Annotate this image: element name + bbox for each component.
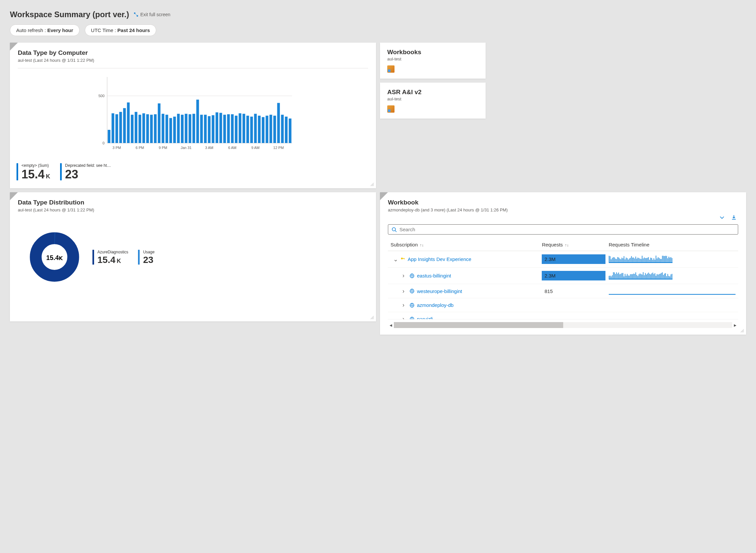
tile-subtitle: azmondeploy-db (and 3 more) (Last 24 hou…	[388, 208, 738, 213]
chevron-right-icon[interactable]: ›	[402, 315, 407, 319]
svg-rect-109	[653, 258, 654, 262]
small-tile-subtitle: aul-test	[387, 57, 478, 62]
svg-rect-104	[648, 257, 649, 263]
svg-rect-24	[181, 114, 184, 143]
col-timeline[interactable]: Requests Timeline	[609, 242, 736, 247]
tile-workbooks[interactable]: Workbooks aul-test	[380, 43, 486, 79]
subscription-link[interactable]: eastus-billingint	[417, 273, 451, 279]
svg-rect-173	[655, 273, 655, 279]
svg-rect-121	[666, 256, 667, 262]
download-icon[interactable]	[731, 214, 737, 220]
filter-dogear[interactable]	[10, 192, 18, 200]
subscription-link[interactable]: App Insights Dev Experience	[408, 256, 471, 262]
time-range-pill[interactable]: UTC Time : Past 24 hours	[85, 24, 156, 36]
svg-text:6 PM: 6 PM	[136, 146, 144, 150]
svg-rect-112	[657, 259, 657, 263]
scrollbar-thumb[interactable]	[394, 322, 563, 328]
workbook-icon	[387, 105, 394, 113]
svg-rect-66	[404, 258, 405, 259]
tile-workbook[interactable]: Workbook azmondeploy-db (and 3 more) (La…	[380, 192, 746, 335]
tile-data-type-by-computer[interactable]: Data Type by Computer aul-test (Last 24 …	[10, 43, 376, 188]
svg-text:500: 500	[98, 94, 104, 98]
svg-rect-50	[281, 114, 284, 143]
requests-value: 815	[542, 287, 555, 296]
svg-rect-118	[663, 256, 664, 262]
svg-rect-90	[633, 258, 634, 262]
tile-title: Data Type by Computer	[18, 49, 368, 57]
svg-rect-82	[625, 259, 625, 262]
table-header: Subscription↑↓ Requests↑↓ Requests Timel…	[388, 239, 738, 251]
scroll-right-icon[interactable]: ▶	[732, 322, 738, 328]
svg-rect-134	[613, 272, 614, 279]
filter-dogear[interactable]	[380, 192, 388, 200]
svg-rect-81	[624, 256, 624, 263]
svg-rect-26	[189, 114, 191, 143]
resize-handle-icon[interactable]	[369, 182, 374, 186]
table-row[interactable]: ⌄ App Insights Dev Experience 2.3M	[388, 251, 738, 267]
svg-rect-30	[204, 114, 207, 143]
svg-rect-172	[653, 274, 654, 279]
svg-rect-123	[668, 257, 669, 262]
resize-handle-icon[interactable]	[740, 328, 744, 333]
svg-text:12 PM: 12 PM	[273, 146, 284, 150]
chevron-right-icon[interactable]: ›	[402, 302, 407, 309]
donut-center: 15.4ᴋ	[46, 254, 63, 261]
exit-fullscreen-button[interactable]: Exit full screen	[134, 12, 170, 17]
svg-rect-143	[623, 273, 623, 279]
svg-rect-110	[655, 260, 655, 263]
bar-chart[interactable]: 50003 PM6 PM9 PMJan 313 AM6 AM9 AM12 PM	[10, 70, 376, 162]
tile-title: Workbook	[388, 199, 738, 206]
table-row[interactable]: › paruizfi	[388, 312, 738, 319]
legend-usage: Usage 23	[138, 250, 155, 264]
svg-rect-94	[638, 258, 638, 262]
auto-refresh-pill[interactable]: Auto refresh : Every hour	[10, 24, 80, 36]
tile-subtitle: aul-test (Last 24 hours @ 1/31 1:22 PM)	[18, 58, 368, 63]
svg-rect-164	[645, 273, 645, 279]
search-input-wrapper[interactable]	[388, 224, 738, 235]
subscription-link[interactable]: paruizfi	[417, 316, 433, 319]
svg-rect-39	[239, 113, 241, 143]
svg-rect-162	[643, 272, 643, 279]
svg-rect-42	[250, 116, 253, 143]
svg-rect-14	[142, 113, 145, 143]
filter-dogear[interactable]	[10, 43, 18, 51]
svg-rect-116	[661, 259, 662, 262]
tile-asr[interactable]: ASR A&I v2 aul-test	[380, 83, 486, 118]
svg-rect-175	[657, 274, 657, 279]
table-row[interactable]: › azmondeploy-db	[388, 298, 738, 312]
search-input[interactable]	[399, 227, 735, 232]
table-row[interactable]: › westeurope-billingint 815	[388, 284, 738, 298]
chevron-right-icon[interactable]: ›	[402, 288, 407, 295]
svg-rect-139	[618, 272, 619, 279]
svg-rect-93	[637, 259, 637, 262]
donut-chart[interactable]: 15.4ᴋ	[30, 232, 79, 282]
scroll-left-icon[interactable]: ◀	[388, 322, 394, 328]
globe-icon	[410, 273, 414, 278]
svg-text:6 AM: 6 AM	[228, 146, 237, 150]
page-title: Workspace Summary (port ver.)	[10, 10, 129, 19]
subscription-link[interactable]: azmondeploy-db	[417, 302, 454, 308]
svg-rect-44	[258, 115, 261, 143]
svg-rect-27	[192, 113, 195, 143]
horizontal-scrollbar[interactable]: ◀ ▶	[388, 322, 738, 328]
expand-icon	[134, 12, 138, 17]
col-requests[interactable]: Requests↑↓	[542, 242, 605, 247]
subscription-link[interactable]: westeurope-billingint	[417, 289, 462, 294]
chevron-down-icon[interactable]	[719, 214, 725, 220]
svg-rect-72	[614, 258, 615, 263]
resize-handle-icon[interactable]	[369, 315, 374, 319]
svg-rect-31	[208, 116, 211, 143]
col-subscription[interactable]: Subscription↑↓	[391, 242, 539, 247]
svg-rect-107	[651, 258, 652, 262]
chevron-right-icon[interactable]: ›	[402, 272, 407, 279]
svg-rect-48	[273, 115, 276, 143]
chevron-down-icon[interactable]: ⌄	[393, 256, 398, 263]
tile-data-type-distribution[interactable]: Data Type Distribution aul-test (Last 24…	[10, 192, 376, 321]
svg-rect-151	[631, 274, 632, 279]
svg-rect-46	[266, 115, 268, 143]
svg-rect-153	[633, 274, 634, 279]
table-row[interactable]: › eastus-billingint 2.3M	[388, 267, 738, 284]
svg-rect-100	[644, 258, 644, 263]
svg-rect-25	[185, 113, 188, 143]
svg-rect-182	[664, 274, 665, 279]
